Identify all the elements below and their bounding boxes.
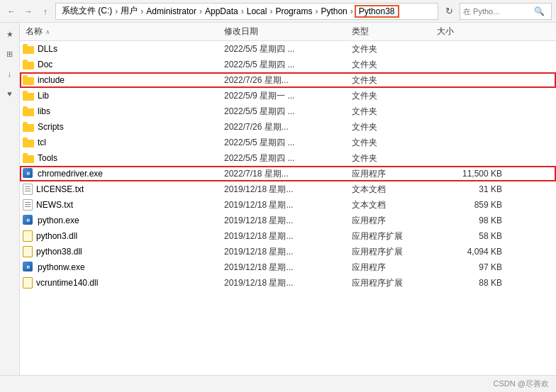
file-date-cell: 2022/5/5 星期四 ...	[221, 106, 349, 118]
table-row[interactable]: tcl2022/5/5 星期四 ...文件夹	[20, 135, 556, 150]
exe-icon: ⚙	[23, 215, 34, 226]
refresh-button[interactable]: ↻	[441, 4, 457, 19]
file-name-cell: python3.dll	[23, 230, 221, 242]
breadcrumb-item-c-drive[interactable]: 系统文件 (C:)	[60, 5, 113, 17]
file-size-cell: 31 KB	[434, 184, 505, 194]
file-name-text: Tools	[38, 153, 57, 163]
search-box[interactable]: 🔍	[460, 3, 552, 20]
breadcrumb-sep: ›	[241, 6, 244, 16]
file-name-cell: Doc	[23, 60, 221, 69]
search-input[interactable]	[463, 7, 534, 16]
file-name-text: DLLs	[38, 44, 57, 54]
file-type-cell: 应用程序扩展	[349, 277, 434, 289]
sort-icon: ∧	[45, 28, 50, 35]
table-row[interactable]: vcruntime140.dll2019/12/18 星期...应用程序扩展88…	[20, 275, 556, 291]
file-size-cell: 97 KB	[434, 262, 505, 272]
sidebar-icons: ★⊞↓♥	[0, 23, 20, 375]
col-header-size[interactable]: 大小	[434, 26, 505, 38]
file-type-cell: 应用程序扩展	[349, 246, 434, 258]
file-date-cell: 2019/12/18 星期...	[221, 230, 349, 242]
file-explorer-window: ← → ↑ 系统文件 (C:) › 用户 › Administrator › A…	[0, 0, 556, 392]
main-area: ★⊞↓♥ 名称 ∧ 修改日期 类型 大小 DLLs2022/5/5 星期四 ..…	[0, 23, 556, 375]
file-date-cell: 2022/7/26 星期...	[221, 74, 349, 86]
file-size-cell: 859 KB	[434, 200, 505, 210]
file-name-cell: python38.dll	[23, 246, 221, 257]
file-name-cell: Scripts	[23, 122, 221, 132]
folder-icon	[23, 75, 34, 85]
dll-icon	[23, 246, 33, 257]
file-type-cell: 应用程序扩展	[349, 230, 434, 242]
table-row[interactable]: python38.dll2019/12/18 星期...应用程序扩展4,094 …	[20, 244, 556, 259]
breadcrumb-sep: ›	[140, 6, 143, 16]
breadcrumb-item-admin[interactable]: Administrator	[145, 6, 198, 16]
file-name-text: python.exe	[38, 215, 79, 225]
breadcrumb-item-python38[interactable]: Python38	[355, 5, 399, 18]
file-type-cell: 文件夹	[349, 59, 434, 71]
breadcrumb-sep: ›	[315, 6, 318, 16]
breadcrumb-item-appdata[interactable]: AppData	[204, 6, 240, 16]
col-header-date[interactable]: 修改日期	[221, 26, 349, 38]
table-row[interactable]: ⚙chromedriver.exe2022/7/18 星期...应用程序11,5…	[20, 166, 556, 181]
breadcrumb-item-programs[interactable]: Programs	[274, 6, 313, 16]
file-name-cell: Tools	[23, 153, 221, 163]
file-type-cell: 文件夹	[349, 137, 434, 149]
txt-icon	[23, 184, 33, 195]
file-date-cell: 2019/12/18 星期...	[221, 199, 349, 211]
breadcrumb-item-users[interactable]: 用户	[119, 5, 139, 17]
table-row[interactable]: LICENSE.txt2019/12/18 星期...文本文档31 KB	[20, 181, 556, 197]
exe-icon: ⚙	[23, 262, 34, 273]
nav-bar: ← → ↑ 系统文件 (C:) › 用户 › Administrator › A…	[0, 0, 556, 23]
file-type-cell: 应用程序	[349, 168, 434, 180]
file-name-cell: libs	[23, 106, 221, 116]
file-name-text: libs	[38, 106, 50, 116]
file-name-text: NEWS.txt	[36, 200, 73, 210]
table-row[interactable]: Lib2022/5/9 星期一 ...文件夹	[20, 88, 556, 103]
file-type-cell: 文件夹	[349, 106, 434, 118]
table-row[interactable]: NEWS.txt2019/12/18 星期...文本文档859 KB	[20, 197, 556, 213]
back-button[interactable]: ←	[4, 4, 18, 18]
table-row[interactable]: Doc2022/5/5 星期四 ...文件夹	[20, 57, 556, 72]
file-date-cell: 2022/5/5 星期四 ...	[221, 152, 349, 164]
txt-icon	[23, 199, 33, 211]
file-name-cell: DLLs	[23, 44, 221, 54]
file-type-cell: 文件夹	[349, 121, 434, 133]
sidebar-icon-1[interactable]: ⊞	[3, 47, 17, 61]
file-name-cell: vcruntime140.dll	[23, 277, 221, 289]
sidebar-icon-3[interactable]: ♥	[3, 86, 17, 101]
file-name-cell: NEWS.txt	[23, 199, 221, 211]
status-bar: CSDN @尽善欢	[0, 375, 556, 392]
breadcrumb-item-python[interactable]: Python	[319, 6, 348, 16]
file-name-cell: Lib	[23, 91, 221, 101]
file-name-text: vcruntime140.dll	[36, 278, 98, 288]
file-name-cell: ⚙chromedriver.exe	[23, 168, 221, 179]
file-date-cell: 2022/5/5 星期四 ...	[221, 137, 349, 149]
file-size-cell: 11,500 KB	[434, 169, 505, 179]
table-row[interactable]: ⚙python.exe2019/12/18 星期...应用程序98 KB	[20, 213, 556, 228]
table-row[interactable]: python3.dll2019/12/18 星期...应用程序扩展58 KB	[20, 228, 556, 244]
file-type-cell: 应用程序	[349, 215, 434, 227]
breadcrumb-sep: ›	[269, 6, 272, 16]
table-row[interactable]: include2022/7/26 星期...文件夹	[20, 72, 556, 88]
col-header-type[interactable]: 类型	[349, 26, 434, 38]
table-row[interactable]: Scripts2022/7/26 星期...文件夹	[20, 119, 556, 135]
file-type-cell: 文件夹	[349, 43, 434, 55]
file-name-text: include	[38, 75, 65, 85]
table-row[interactable]: Tools2022/5/5 星期四 ...文件夹	[20, 150, 556, 166]
file-size-cell: 98 KB	[434, 215, 505, 225]
breadcrumb-sep: ›	[199, 6, 202, 16]
col-header-name[interactable]: 名称 ∧	[23, 26, 221, 38]
file-name-cell: ⚙pythonw.exe	[23, 262, 221, 273]
forward-button[interactable]: →	[21, 4, 35, 18]
file-date-cell: 2019/12/18 星期...	[221, 184, 349, 196]
table-row[interactable]: DLLs2022/5/5 星期四 ...文件夹	[20, 41, 556, 57]
breadcrumb-item-local[interactable]: Local	[245, 6, 269, 16]
file-size-cell: 88 KB	[434, 278, 505, 288]
file-date-cell: 2022/5/9 星期一 ...	[221, 90, 349, 102]
table-row[interactable]: ⚙pythonw.exe2019/12/18 星期...应用程序97 KB	[20, 259, 556, 275]
table-row[interactable]: libs2022/5/5 星期四 ...文件夹	[20, 103, 556, 119]
up-button[interactable]: ↑	[38, 4, 52, 18]
sidebar-icon-2[interactable]: ↓	[3, 67, 17, 81]
sidebar-icon-0[interactable]: ★	[3, 27, 17, 41]
file-name-text: python38.dll	[36, 247, 82, 257]
col-name-label: 名称	[26, 26, 43, 38]
